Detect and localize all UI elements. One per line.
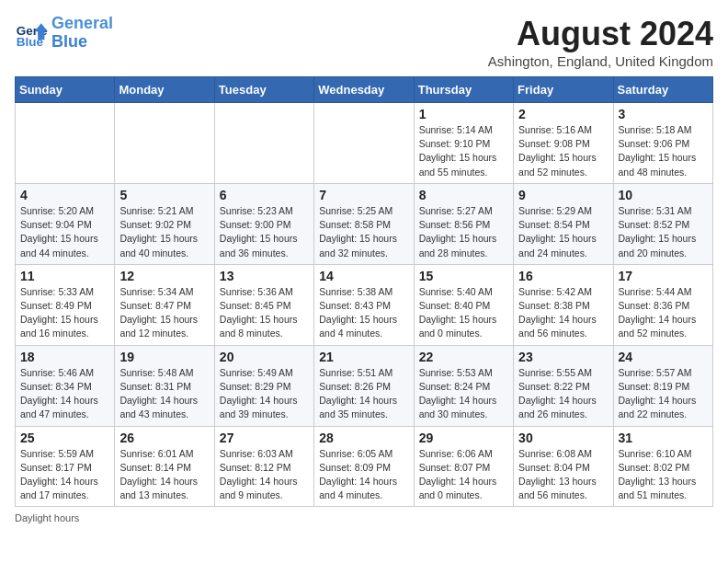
day-info: Sunrise: 5:48 AM Sunset: 8:31 PM Dayligh… — [119, 366, 209, 422]
calendar-cell: 10Sunrise: 5:31 AM Sunset: 8:52 PM Dayli… — [613, 183, 712, 264]
day-info: Sunrise: 5:34 AM Sunset: 8:47 PM Dayligh… — [119, 285, 209, 341]
day-info: Sunrise: 5:14 AM Sunset: 9:10 PM Dayligh… — [419, 123, 508, 179]
calendar-cell: 7Sunrise: 5:25 AM Sunset: 8:58 PM Daylig… — [314, 183, 414, 264]
calendar-cell: 20Sunrise: 5:49 AM Sunset: 8:29 PM Dayli… — [214, 345, 313, 426]
day-number: 22 — [419, 350, 508, 364]
weekday-header-row: SundayMondayTuesdayWednesdayThursdayFrid… — [16, 77, 713, 103]
day-number: 12 — [119, 269, 209, 283]
calendar-cell: 12Sunrise: 5:34 AM Sunset: 8:47 PM Dayli… — [115, 264, 214, 345]
day-number: 11 — [20, 269, 109, 283]
day-number: 1 — [419, 107, 508, 121]
calendar-cell: 11Sunrise: 5:33 AM Sunset: 8:49 PM Dayli… — [16, 264, 115, 345]
calendar-cell — [314, 103, 414, 184]
calendar-cell: 2Sunrise: 5:16 AM Sunset: 9:08 PM Daylig… — [514, 103, 613, 184]
day-info: Sunrise: 5:23 AM Sunset: 9:00 PM Dayligh… — [220, 204, 309, 260]
day-info: Sunrise: 6:03 AM Sunset: 8:12 PM Dayligh… — [220, 447, 309, 503]
weekday-header-thursday: Thursday — [414, 77, 513, 103]
day-number: 23 — [518, 350, 608, 364]
logo-text: General Blue — [51, 15, 113, 52]
weekday-header-tuesday: Tuesday — [214, 77, 313, 103]
calendar-week-row: 18Sunrise: 5:46 AM Sunset: 8:34 PM Dayli… — [16, 345, 713, 426]
logo: General Blue General Blue — [15, 15, 113, 52]
calendar-cell: 16Sunrise: 5:42 AM Sunset: 8:38 PM Dayli… — [514, 264, 613, 345]
day-number: 2 — [518, 107, 608, 121]
logo-general: General — [51, 14, 113, 32]
day-number: 7 — [319, 188, 408, 202]
calendar-cell: 25Sunrise: 5:59 AM Sunset: 8:17 PM Dayli… — [16, 426, 115, 507]
calendar-cell: 3Sunrise: 5:18 AM Sunset: 9:06 PM Daylig… — [613, 103, 712, 184]
calendar-cell: 28Sunrise: 6:05 AM Sunset: 8:09 PM Dayli… — [314, 426, 414, 507]
calendar-cell: 14Sunrise: 5:38 AM Sunset: 8:43 PM Dayli… — [314, 264, 414, 345]
day-info: Sunrise: 5:59 AM Sunset: 8:17 PM Dayligh… — [20, 447, 109, 503]
day-info: Sunrise: 5:55 AM Sunset: 8:22 PM Dayligh… — [518, 366, 608, 422]
day-info: Sunrise: 5:27 AM Sunset: 8:56 PM Dayligh… — [419, 204, 508, 260]
day-number: 25 — [20, 431, 109, 445]
day-info: Sunrise: 5:33 AM Sunset: 8:49 PM Dayligh… — [20, 285, 109, 341]
day-number: 20 — [220, 350, 309, 364]
calendar-cell: 24Sunrise: 5:57 AM Sunset: 8:19 PM Dayli… — [613, 345, 712, 426]
day-info: Sunrise: 6:01 AM Sunset: 8:14 PM Dayligh… — [119, 447, 209, 503]
day-info: Sunrise: 5:38 AM Sunset: 8:43 PM Dayligh… — [319, 285, 408, 341]
day-info: Sunrise: 5:36 AM Sunset: 8:45 PM Dayligh… — [220, 285, 309, 341]
day-info: Sunrise: 5:31 AM Sunset: 8:52 PM Dayligh… — [619, 204, 708, 260]
day-number: 4 — [20, 188, 109, 202]
calendar-cell: 5Sunrise: 5:21 AM Sunset: 9:02 PM Daylig… — [115, 183, 214, 264]
calendar-cell: 31Sunrise: 6:10 AM Sunset: 8:02 PM Dayli… — [613, 426, 712, 507]
day-number: 24 — [619, 350, 708, 364]
day-info: Sunrise: 5:40 AM Sunset: 8:40 PM Dayligh… — [419, 285, 508, 341]
day-number: 13 — [220, 269, 309, 283]
calendar-cell: 30Sunrise: 6:08 AM Sunset: 8:04 PM Dayli… — [514, 426, 613, 507]
calendar-cell: 17Sunrise: 5:44 AM Sunset: 8:36 PM Dayli… — [613, 264, 712, 345]
day-number: 17 — [619, 269, 708, 283]
calendar-cell: 4Sunrise: 5:20 AM Sunset: 9:04 PM Daylig… — [16, 183, 115, 264]
day-info: Sunrise: 6:10 AM Sunset: 8:02 PM Dayligh… — [619, 447, 708, 503]
day-info: Sunrise: 5:25 AM Sunset: 8:58 PM Dayligh… — [319, 204, 408, 260]
calendar-cell: 21Sunrise: 5:51 AM Sunset: 8:26 PM Dayli… — [314, 345, 414, 426]
day-number: 14 — [319, 269, 408, 283]
day-number: 27 — [220, 431, 309, 445]
calendar-week-row: 11Sunrise: 5:33 AM Sunset: 8:49 PM Dayli… — [16, 264, 713, 345]
calendar-cell: 29Sunrise: 6:06 AM Sunset: 8:07 PM Dayli… — [414, 426, 513, 507]
day-info: Sunrise: 5:18 AM Sunset: 9:06 PM Dayligh… — [619, 123, 708, 179]
day-number: 31 — [619, 431, 708, 445]
calendar-table: SundayMondayTuesdayWednesdayThursdayFrid… — [15, 76, 713, 507]
month-year-title: August 2024 — [488, 15, 713, 53]
day-number: 3 — [619, 107, 708, 121]
footer: Daylight hours — [15, 512, 713, 523]
day-number: 19 — [119, 350, 209, 364]
day-info: Sunrise: 5:29 AM Sunset: 8:54 PM Dayligh… — [518, 204, 608, 260]
location-subtitle: Ashington, England, United Kingdom — [488, 53, 713, 69]
calendar-cell: 26Sunrise: 6:01 AM Sunset: 8:14 PM Dayli… — [115, 426, 214, 507]
calendar-cell: 27Sunrise: 6:03 AM Sunset: 8:12 PM Dayli… — [214, 426, 313, 507]
calendar-week-row: 4Sunrise: 5:20 AM Sunset: 9:04 PM Daylig… — [16, 183, 713, 264]
weekday-header-monday: Monday — [115, 77, 214, 103]
calendar-cell: 1Sunrise: 5:14 AM Sunset: 9:10 PM Daylig… — [414, 103, 513, 184]
calendar-cell — [214, 103, 313, 184]
day-number: 5 — [119, 188, 209, 202]
day-info: Sunrise: 5:57 AM Sunset: 8:19 PM Dayligh… — [619, 366, 708, 422]
calendar-cell: 9Sunrise: 5:29 AM Sunset: 8:54 PM Daylig… — [514, 183, 613, 264]
day-info: Sunrise: 6:05 AM Sunset: 8:09 PM Dayligh… — [319, 447, 408, 503]
day-info: Sunrise: 5:53 AM Sunset: 8:24 PM Dayligh… — [419, 366, 508, 422]
calendar-cell: 13Sunrise: 5:36 AM Sunset: 8:45 PM Dayli… — [214, 264, 313, 345]
day-number: 28 — [319, 431, 408, 445]
day-number: 18 — [20, 350, 109, 364]
calendar-week-row: 1Sunrise: 5:14 AM Sunset: 9:10 PM Daylig… — [16, 103, 713, 184]
calendar-cell: 18Sunrise: 5:46 AM Sunset: 8:34 PM Dayli… — [16, 345, 115, 426]
calendar-cell: 23Sunrise: 5:55 AM Sunset: 8:22 PM Dayli… — [514, 345, 613, 426]
weekday-header-friday: Friday — [514, 77, 613, 103]
day-number: 21 — [319, 350, 408, 364]
calendar-cell: 15Sunrise: 5:40 AM Sunset: 8:40 PM Dayli… — [414, 264, 513, 345]
calendar-week-row: 25Sunrise: 5:59 AM Sunset: 8:17 PM Dayli… — [16, 426, 713, 507]
day-info: Sunrise: 6:08 AM Sunset: 8:04 PM Dayligh… — [518, 447, 608, 503]
title-block: August 2024 Ashington, England, United K… — [488, 15, 713, 69]
weekday-header-saturday: Saturday — [613, 77, 712, 103]
calendar-cell — [16, 103, 115, 184]
page-header: General Blue General Blue August 2024 As… — [15, 15, 713, 69]
day-number: 29 — [419, 431, 508, 445]
day-number: 30 — [518, 431, 608, 445]
day-info: Sunrise: 5:51 AM Sunset: 8:26 PM Dayligh… — [319, 366, 408, 422]
day-info: Sunrise: 5:46 AM Sunset: 8:34 PM Dayligh… — [20, 366, 109, 422]
day-info: Sunrise: 5:21 AM Sunset: 9:02 PM Dayligh… — [119, 204, 209, 260]
calendar-cell: 22Sunrise: 5:53 AM Sunset: 8:24 PM Dayli… — [414, 345, 513, 426]
